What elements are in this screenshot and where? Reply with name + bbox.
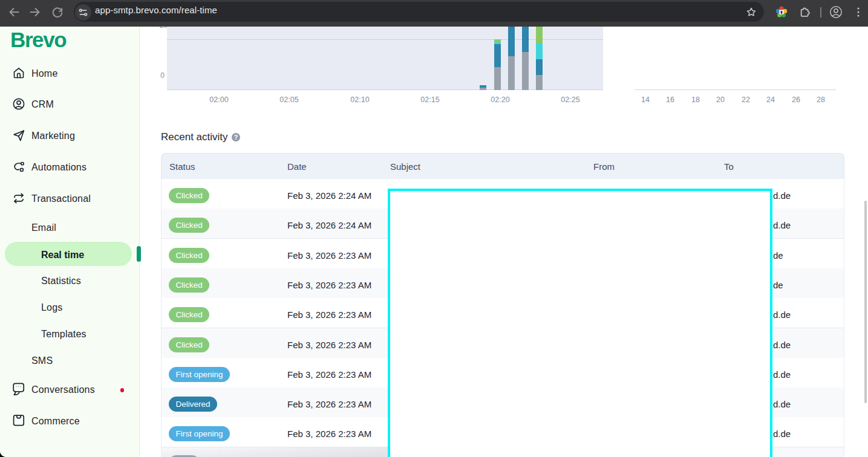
svg-text:?: ? [234,134,238,141]
